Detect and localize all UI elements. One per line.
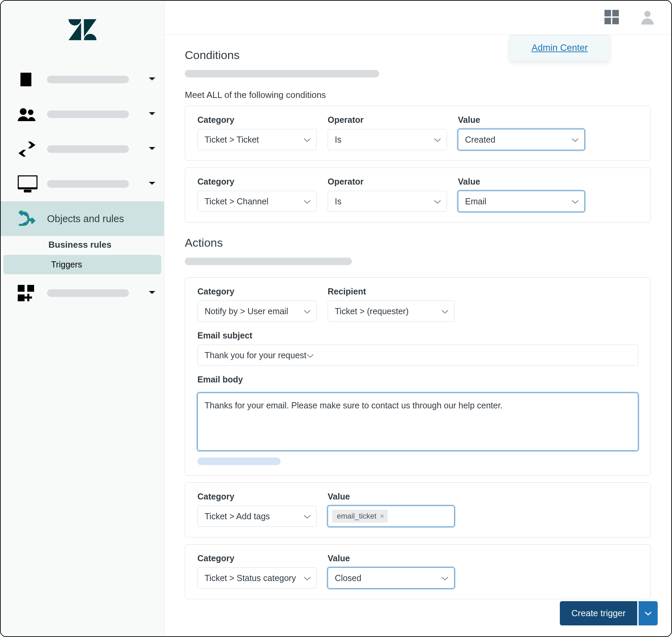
chevron-down-icon: [148, 290, 156, 296]
action-status-card: Category Ticket > Status category Value …: [185, 544, 651, 599]
condition-category-select[interactable]: Ticket > Ticket: [197, 129, 317, 150]
action-notify-card: Category Notify by > User email Recipien…: [185, 277, 651, 476]
create-trigger-button[interactable]: Create trigger: [560, 601, 637, 625]
sidebar-subitem-triggers[interactable]: Triggers: [3, 255, 161, 274]
sidebar-item-people[interactable]: [1, 97, 164, 132]
logo-area: [1, 1, 164, 59]
admin-center-dropdown: Admin Center: [509, 35, 610, 61]
chevron-down-icon: [148, 76, 156, 83]
chevron-down-icon: [303, 306, 311, 316]
svg-point-1: [28, 110, 33, 115]
svg-rect-4: [18, 285, 25, 292]
chevron-down-icon: [571, 197, 579, 206]
field-label: Category: [197, 115, 317, 125]
chevron-down-icon: [148, 181, 156, 187]
chevron-down-icon: [307, 350, 314, 360]
action-value-select[interactable]: Closed: [328, 567, 454, 589]
sidebar-subsection-business-rules[interactable]: Business rules: [1, 236, 164, 254]
chevron-down-icon: [148, 111, 156, 117]
field-label: Value: [328, 492, 454, 502]
placeholder: [47, 180, 129, 188]
sidebar-item-channels[interactable]: [1, 132, 164, 167]
field-label: Value: [458, 177, 585, 187]
condition-category-select[interactable]: Ticket > Channel: [197, 191, 317, 212]
placeholder: [185, 258, 352, 265]
user-profile-icon[interactable]: [640, 10, 655, 26]
svg-rect-8: [612, 10, 619, 16]
chevron-down-icon: [441, 573, 449, 583]
monitor-icon: [18, 175, 42, 192]
field-label: Email body: [197, 375, 638, 385]
tags-input[interactable]: email_ticket ×: [328, 506, 454, 527]
field-label: Email subject: [197, 331, 638, 341]
topbar: Admin Center: [164, 1, 671, 35]
placeholder: [47, 145, 129, 153]
email-body-textarea[interactable]: [197, 393, 638, 451]
field-label: Category: [197, 492, 317, 502]
svg-rect-9: [604, 17, 611, 24]
footer-actions: Create trigger: [560, 601, 658, 625]
field-label: Category: [197, 177, 317, 187]
sidebar-item-label: Objects and rules: [47, 213, 124, 225]
chevron-down-icon: [441, 306, 449, 316]
apps-grid-icon[interactable]: [604, 9, 619, 26]
field-label: Operator: [328, 177, 447, 187]
sidebar-item-objects-rules[interactable]: Objects and rules: [1, 201, 164, 236]
chevron-down-icon: [303, 511, 311, 521]
field-label: Operator: [328, 115, 447, 125]
field-label: Value: [328, 553, 454, 563]
building-icon: [18, 71, 42, 88]
placeholder: [197, 458, 281, 465]
people-icon: [18, 107, 42, 121]
sidebar: Objects and rules Business rules Trigger…: [1, 1, 164, 636]
create-trigger-dropdown-button[interactable]: [639, 601, 658, 625]
field-label: Category: [197, 287, 317, 296]
chevron-down-icon: [303, 135, 311, 145]
sidebar-item-apps[interactable]: [1, 276, 164, 310]
svg-rect-3: [24, 190, 31, 192]
field-label: Recipient: [328, 287, 454, 296]
admin-center-link[interactable]: Admin Center: [532, 43, 588, 53]
email-subject-input[interactable]: Thank you for your request: [197, 345, 638, 366]
placeholder: [47, 111, 129, 118]
chevron-down-icon: [303, 573, 311, 583]
chevron-down-icon: [303, 197, 311, 206]
condition-row: Category Ticket > Channel Operator Is Va…: [185, 168, 651, 222]
field-label: Value: [458, 115, 585, 125]
placeholder: [185, 70, 379, 77]
svg-rect-5: [27, 285, 34, 292]
condition-operator-select[interactable]: Is: [328, 129, 447, 150]
action-recipient-select[interactable]: Ticket > (requester): [328, 301, 454, 322]
action-tags-card: Category Ticket > Add tags Value email_t…: [185, 482, 651, 537]
conditions-all-label: Meet ALL of the following conditions: [185, 90, 651, 100]
action-category-select[interactable]: Ticket > Status category: [197, 567, 317, 589]
svg-point-0: [20, 108, 27, 115]
placeholder: [47, 76, 129, 83]
chevron-down-icon: [434, 197, 441, 206]
field-label: Category: [197, 553, 317, 563]
action-category-select[interactable]: Notify by > User email: [197, 301, 317, 322]
sidebar-item-account[interactable]: [1, 62, 164, 97]
chevron-down-icon: [434, 135, 441, 145]
apps-plus-icon: [18, 285, 42, 301]
svg-rect-7: [604, 10, 611, 16]
content: Conditions Meet ALL of the following con…: [164, 35, 671, 637]
action-category-select[interactable]: Ticket > Add tags: [197, 506, 317, 527]
condition-row: Category Ticket > Ticket Operator Is Val…: [185, 106, 651, 161]
chevron-down-icon: [644, 611, 652, 616]
condition-value-select[interactable]: Email: [458, 191, 585, 212]
condition-operator-select[interactable]: Is: [328, 191, 447, 212]
svg-rect-10: [612, 17, 619, 24]
svg-rect-2: [18, 175, 38, 188]
chevron-down-icon: [571, 135, 579, 145]
tag-chip: email_ticket ×: [332, 510, 388, 523]
routing-icon: [18, 211, 42, 227]
condition-value-select[interactable]: Created: [458, 129, 585, 150]
main: Admin Center Conditions Meet ALL of the …: [164, 1, 671, 637]
arrows-icon: [18, 142, 42, 157]
sidebar-item-workspaces[interactable]: [1, 167, 164, 201]
zendesk-logo-icon: [69, 19, 96, 40]
remove-tag-icon[interactable]: ×: [376, 512, 388, 521]
actions-title: Actions: [185, 236, 651, 249]
chevron-down-icon: [148, 146, 156, 152]
